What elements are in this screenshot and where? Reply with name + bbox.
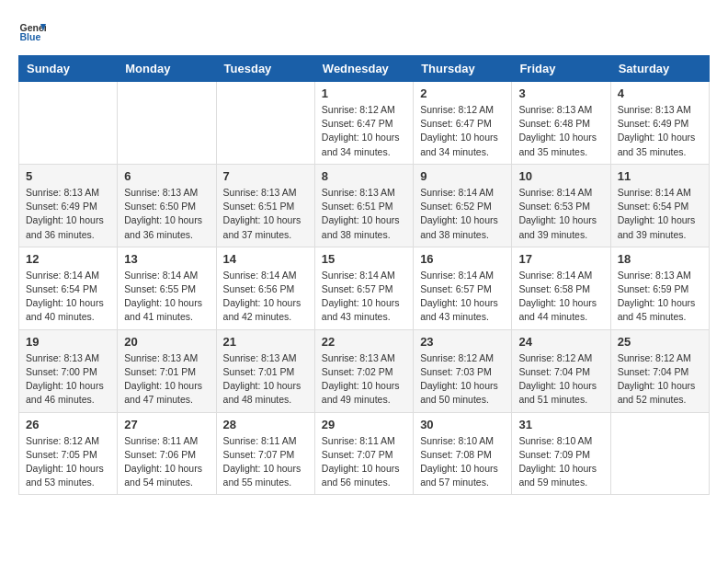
day-number: 1 <box>322 86 406 100</box>
calendar-cell: 10Sunrise: 8:14 AM Sunset: 6:53 PM Dayli… <box>512 164 610 247</box>
day-number: 19 <box>26 335 110 349</box>
day-info: Sunrise: 8:14 AM Sunset: 6:54 PM Dayligh… <box>618 186 702 242</box>
day-info: Sunrise: 8:12 AM Sunset: 7:04 PM Dayligh… <box>618 351 702 408</box>
logo-icon: General Blue <box>18 18 46 46</box>
calendar-cell: 27Sunrise: 8:11 AM Sunset: 7:06 PM Dayli… <box>118 412 216 495</box>
calendar-cell: 5Sunrise: 8:13 AM Sunset: 6:49 PM Daylig… <box>19 164 118 247</box>
calendar-cell: 26Sunrise: 8:12 AM Sunset: 7:05 PM Dayli… <box>19 412 118 495</box>
day-number: 20 <box>124 335 209 349</box>
calendar-cell <box>19 82 118 165</box>
day-number: 12 <box>26 252 110 266</box>
calendar-cell: 9Sunrise: 8:14 AM Sunset: 6:52 PM Daylig… <box>414 164 512 247</box>
calendar-week-row: 12Sunrise: 8:14 AM Sunset: 6:54 PM Dayli… <box>19 247 710 329</box>
day-info: Sunrise: 8:12 AM Sunset: 7:03 PM Dayligh… <box>420 351 505 408</box>
day-number: 30 <box>420 418 505 431</box>
day-info: Sunrise: 8:11 AM Sunset: 7:06 PM Dayligh… <box>124 434 209 490</box>
day-number: 28 <box>223 418 308 431</box>
day-info: Sunrise: 8:10 AM Sunset: 7:09 PM Dayligh… <box>518 434 603 490</box>
calendar-cell: 2Sunrise: 8:12 AM Sunset: 6:47 PM Daylig… <box>414 82 512 165</box>
day-info: Sunrise: 8:13 AM Sunset: 6:49 PM Dayligh… <box>26 186 110 242</box>
day-number: 10 <box>518 169 603 183</box>
day-number: 21 <box>223 335 308 349</box>
day-number: 27 <box>124 418 209 431</box>
day-of-week-header: Friday <box>512 56 610 82</box>
day-info: Sunrise: 8:13 AM Sunset: 7:01 PM Dayligh… <box>223 351 308 408</box>
day-of-week-header: Wednesday <box>314 56 413 82</box>
calendar-cell: 6Sunrise: 8:13 AM Sunset: 6:50 PM Daylig… <box>118 164 216 247</box>
day-number: 14 <box>223 252 308 266</box>
day-info: Sunrise: 8:14 AM Sunset: 6:54 PM Dayligh… <box>26 269 110 325</box>
day-number: 11 <box>618 169 702 183</box>
day-number: 7 <box>223 169 308 183</box>
logo: General Blue <box>18 18 50 46</box>
day-number: 9 <box>420 169 505 183</box>
day-number: 4 <box>618 86 702 100</box>
calendar-cell <box>118 82 216 165</box>
svg-text:Blue: Blue <box>20 31 41 42</box>
calendar-cell: 18Sunrise: 8:13 AM Sunset: 6:59 PM Dayli… <box>610 247 709 329</box>
day-number: 26 <box>26 418 110 431</box>
day-number: 2 <box>420 86 505 100</box>
day-number: 22 <box>322 335 406 349</box>
day-info: Sunrise: 8:13 AM Sunset: 6:59 PM Dayligh… <box>618 269 702 325</box>
day-number: 16 <box>420 252 505 266</box>
calendar-cell: 30Sunrise: 8:10 AM Sunset: 7:08 PM Dayli… <box>414 412 512 495</box>
calendar-table: SundayMondayTuesdayWednesdayThursdayFrid… <box>18 55 710 495</box>
calendar-cell: 15Sunrise: 8:14 AM Sunset: 6:57 PM Dayli… <box>314 247 413 329</box>
day-info: Sunrise: 8:14 AM Sunset: 6:57 PM Dayligh… <box>322 269 406 325</box>
day-info: Sunrise: 8:14 AM Sunset: 6:56 PM Dayligh… <box>223 269 308 325</box>
page-header: General Blue <box>18 18 710 46</box>
day-info: Sunrise: 8:13 AM Sunset: 7:01 PM Dayligh… <box>124 351 209 408</box>
day-info: Sunrise: 8:12 AM Sunset: 6:47 PM Dayligh… <box>420 103 505 159</box>
day-info: Sunrise: 8:13 AM Sunset: 6:50 PM Dayligh… <box>124 186 209 242</box>
day-info: Sunrise: 8:11 AM Sunset: 7:07 PM Dayligh… <box>322 434 406 490</box>
day-info: Sunrise: 8:14 AM Sunset: 6:53 PM Dayligh… <box>518 186 603 242</box>
calendar-cell: 14Sunrise: 8:14 AM Sunset: 6:56 PM Dayli… <box>216 247 314 329</box>
day-number: 17 <box>518 252 603 266</box>
day-info: Sunrise: 8:14 AM Sunset: 6:55 PM Dayligh… <box>124 269 209 325</box>
day-info: Sunrise: 8:12 AM Sunset: 7:05 PM Dayligh… <box>26 434 110 490</box>
day-info: Sunrise: 8:12 AM Sunset: 7:04 PM Dayligh… <box>518 351 603 408</box>
day-info: Sunrise: 8:12 AM Sunset: 6:47 PM Dayligh… <box>322 103 406 159</box>
calendar-cell: 19Sunrise: 8:13 AM Sunset: 7:00 PM Dayli… <box>19 329 118 412</box>
calendar-cell: 3Sunrise: 8:13 AM Sunset: 6:48 PM Daylig… <box>512 82 610 165</box>
day-info: Sunrise: 8:13 AM Sunset: 6:51 PM Dayligh… <box>322 186 406 242</box>
calendar-cell: 4Sunrise: 8:13 AM Sunset: 6:49 PM Daylig… <box>610 82 709 165</box>
day-info: Sunrise: 8:11 AM Sunset: 7:07 PM Dayligh… <box>223 434 308 490</box>
calendar-cell: 16Sunrise: 8:14 AM Sunset: 6:57 PM Dayli… <box>414 247 512 329</box>
calendar-cell <box>216 82 314 165</box>
calendar-week-row: 5Sunrise: 8:13 AM Sunset: 6:49 PM Daylig… <box>19 164 710 247</box>
day-number: 8 <box>322 169 406 183</box>
day-number: 24 <box>518 335 603 349</box>
day-of-week-header: Tuesday <box>216 56 314 82</box>
calendar-cell <box>610 412 709 495</box>
day-info: Sunrise: 8:10 AM Sunset: 7:08 PM Dayligh… <box>420 434 505 490</box>
day-info: Sunrise: 8:14 AM Sunset: 6:57 PM Dayligh… <box>420 269 505 325</box>
day-info: Sunrise: 8:13 AM Sunset: 7:02 PM Dayligh… <box>322 351 406 408</box>
calendar-cell: 20Sunrise: 8:13 AM Sunset: 7:01 PM Dayli… <box>118 329 216 412</box>
day-of-week-header: Saturday <box>610 56 709 82</box>
calendar-cell: 25Sunrise: 8:12 AM Sunset: 7:04 PM Dayli… <box>610 329 709 412</box>
calendar-week-row: 19Sunrise: 8:13 AM Sunset: 7:00 PM Dayli… <box>19 329 710 412</box>
day-number: 25 <box>618 335 702 349</box>
day-number: 3 <box>518 86 603 100</box>
calendar-cell: 28Sunrise: 8:11 AM Sunset: 7:07 PM Dayli… <box>216 412 314 495</box>
day-info: Sunrise: 8:13 AM Sunset: 6:49 PM Dayligh… <box>618 103 702 159</box>
day-of-week-header: Sunday <box>19 56 118 82</box>
day-number: 13 <box>124 252 209 266</box>
day-info: Sunrise: 8:13 AM Sunset: 6:48 PM Dayligh… <box>518 103 603 159</box>
day-of-week-header: Monday <box>118 56 216 82</box>
calendar-cell: 17Sunrise: 8:14 AM Sunset: 6:58 PM Dayli… <box>512 247 610 329</box>
day-of-week-header: Thursday <box>414 56 512 82</box>
day-number: 18 <box>618 252 702 266</box>
calendar-cell: 13Sunrise: 8:14 AM Sunset: 6:55 PM Dayli… <box>118 247 216 329</box>
day-number: 6 <box>124 169 209 183</box>
calendar-cell: 11Sunrise: 8:14 AM Sunset: 6:54 PM Dayli… <box>610 164 709 247</box>
day-number: 5 <box>26 169 110 183</box>
day-info: Sunrise: 8:14 AM Sunset: 6:52 PM Dayligh… <box>420 186 505 242</box>
calendar-cell: 21Sunrise: 8:13 AM Sunset: 7:01 PM Dayli… <box>216 329 314 412</box>
day-number: 15 <box>322 252 406 266</box>
calendar-cell: 8Sunrise: 8:13 AM Sunset: 6:51 PM Daylig… <box>314 164 413 247</box>
day-number: 31 <box>518 418 603 431</box>
calendar-cell: 12Sunrise: 8:14 AM Sunset: 6:54 PM Dayli… <box>19 247 118 329</box>
